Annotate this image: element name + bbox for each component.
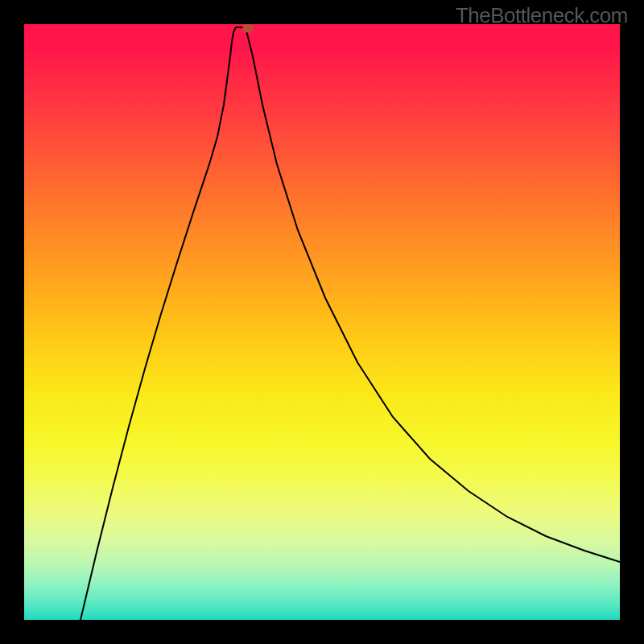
plot-area [24,24,620,620]
curve-svg [24,24,620,620]
watermark-text: TheBottleneck.com [456,3,628,28]
optimum-marker [242,24,254,33]
chart-frame: TheBottleneck.com [0,0,644,644]
curve-right-branch [246,27,620,562]
curve-left-branch [80,27,246,620]
